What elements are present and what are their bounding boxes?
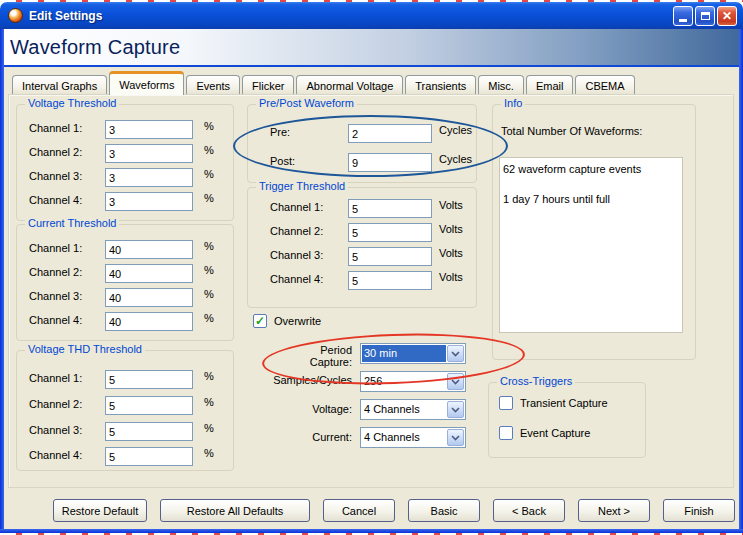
channel-4-label: Channel 4: <box>270 273 323 285</box>
dialog-body: Interval Graphs Waveforms Events Flicker… <box>4 67 739 529</box>
overwrite-checkbox[interactable] <box>253 314 267 328</box>
tab-email[interactable]: Email <box>526 75 574 95</box>
restore-all-defaults-button[interactable]: Restore All Defaults <box>160 499 310 522</box>
current-channels-dropdown[interactable]: 4 Channels <box>360 427 466 448</box>
channel-3-label: Channel 3: <box>270 249 323 261</box>
voltage-label: Voltage: <box>266 403 352 415</box>
event-capture-checkbox[interactable] <box>499 426 513 440</box>
current-threshold-channel-4-input[interactable] <box>105 312 193 331</box>
maximize-icon <box>701 12 710 20</box>
voltage-threshold-channel-3-input[interactable] <box>105 168 193 187</box>
percent-unit: % <box>204 120 214 132</box>
trigger-channel-2-input[interactable] <box>348 223 432 242</box>
percent-unit: % <box>204 422 214 434</box>
channel-3-label: Channel 3: <box>29 170 82 182</box>
tab-transients[interactable]: Transients <box>405 75 476 95</box>
minimize-button[interactable] <box>673 6 693 26</box>
period-capture-label: Period Capture: <box>292 344 352 368</box>
voltage-thd-channel-2-input[interactable] <box>105 396 193 415</box>
channel-4-label: Channel 4: <box>29 314 82 326</box>
tab-flicker[interactable]: Flicker <box>242 75 294 95</box>
trigger-channel-4-input[interactable] <box>348 271 432 290</box>
edit-settings-window: Edit Settings ✕ Waveform Capture Interva… <box>0 0 743 535</box>
trigger-channel-1-input[interactable] <box>348 199 432 218</box>
channel-1-label: Channel 1: <box>29 372 82 384</box>
close-button[interactable]: ✕ <box>717 6 737 26</box>
volts-unit: Volts <box>439 199 463 211</box>
group-title: Voltage THD Threshold <box>25 343 145 355</box>
pre-cycles-input[interactable] <box>348 124 432 143</box>
volts-unit: Volts <box>439 271 463 283</box>
current-threshold-channel-2-input[interactable] <box>105 264 193 283</box>
percent-unit: % <box>204 168 214 180</box>
current-label: Current: <box>266 431 352 443</box>
transient-capture-checkbox[interactable] <box>499 396 513 410</box>
transient-capture-label: Transient Capture <box>520 397 608 409</box>
event-capture-label: Event Capture <box>520 427 590 439</box>
voltage-threshold-channel-4-input[interactable] <box>105 192 193 211</box>
transient-capture-checkbox-row[interactable]: Transient Capture <box>499 396 608 410</box>
info-line: 62 waveform capture events <box>503 162 679 177</box>
finish-button[interactable]: Finish <box>663 499 735 522</box>
titlebar[interactable]: Edit Settings ✕ <box>0 2 743 29</box>
overwrite-checkbox-row[interactable]: Overwrite <box>253 314 321 328</box>
cycles-unit: Cycles <box>439 124 472 136</box>
volts-unit: Volts <box>439 247 463 259</box>
group-voltage-threshold: Voltage Threshold Channel 1:% Channel 2:… <box>16 104 234 221</box>
tab-events[interactable]: Events <box>186 75 240 95</box>
total-waveforms-label: Total Number Of Waveforms: <box>501 125 642 137</box>
back-button[interactable]: < Back <box>493 499 565 522</box>
tab-waveforms[interactable]: Waveforms <box>109 71 184 95</box>
tab-strip: Interval Graphs Waveforms Events Flicker… <box>12 71 637 95</box>
page-banner: Waveform Capture <box>4 29 739 67</box>
basic-button[interactable]: Basic <box>408 499 480 522</box>
page-title: Waveform Capture <box>10 36 180 59</box>
group-title: Voltage Threshold <box>25 97 119 109</box>
chevron-down-icon[interactable] <box>447 401 464 418</box>
minimize-icon <box>679 19 687 22</box>
volts-unit: Volts <box>439 223 463 235</box>
percent-unit: % <box>204 144 214 156</box>
post-cycles-input[interactable] <box>348 153 432 172</box>
voltage-channels-dropdown[interactable]: 4 Channels <box>360 399 466 420</box>
samples-cycles-dropdown[interactable]: 256 <box>360 371 466 392</box>
tab-cbema[interactable]: CBEMA <box>575 75 634 95</box>
cancel-button[interactable]: Cancel <box>323 499 395 522</box>
app-icon <box>8 8 23 23</box>
post-label: Post: <box>270 155 295 167</box>
channel-3-label: Channel 3: <box>29 290 82 302</box>
chevron-down-icon[interactable] <box>447 345 464 362</box>
maximize-button[interactable] <box>695 6 715 26</box>
tab-abnormal-voltage[interactable]: Abnormal Voltage <box>296 75 403 95</box>
group-title: Pre/Post Waveform <box>256 97 357 109</box>
period-capture-dropdown[interactable]: 30 min <box>360 343 466 364</box>
group-title: Current Threshold <box>25 217 119 229</box>
percent-unit: % <box>204 288 214 300</box>
tab-misc[interactable]: Misc. <box>478 75 524 95</box>
voltage-thd-channel-3-input[interactable] <box>105 422 193 441</box>
window-frame-right <box>739 29 743 529</box>
restore-default-button[interactable]: Restore Default <box>53 499 147 522</box>
pre-label: Pre: <box>270 126 290 138</box>
current-threshold-channel-3-input[interactable] <box>105 288 193 307</box>
percent-unit: % <box>204 264 214 276</box>
chevron-down-icon[interactable] <box>447 429 464 446</box>
current-threshold-channel-1-input[interactable] <box>105 240 193 259</box>
group-pre-post-waveform: Pre/Post Waveform Pre:Cycles Post:Cycles <box>247 104 477 183</box>
event-capture-checkbox-row[interactable]: Event Capture <box>499 426 590 440</box>
voltage-thd-channel-1-input[interactable] <box>105 370 193 389</box>
voltage-thd-channel-4-input[interactable] <box>105 447 193 466</box>
info-line: 1 day 7 hours until full <box>503 192 679 207</box>
percent-unit: % <box>204 240 214 252</box>
close-icon: ✕ <box>722 10 732 22</box>
voltage-threshold-channel-1-input[interactable] <box>105 120 193 139</box>
trigger-channel-3-input[interactable] <box>348 247 432 266</box>
channel-2-label: Channel 2: <box>29 398 82 410</box>
group-voltage-thd-threshold: Voltage THD Threshold Channel 1:% Channe… <box>16 350 234 471</box>
channel-2-label: Channel 2: <box>270 225 323 237</box>
chevron-down-icon[interactable] <box>447 373 464 390</box>
next-button[interactable]: Next > <box>578 499 650 522</box>
group-title: Cross-Triggers <box>497 375 575 387</box>
voltage-threshold-channel-2-input[interactable] <box>105 144 193 163</box>
tab-interval-graphs[interactable]: Interval Graphs <box>12 75 107 95</box>
